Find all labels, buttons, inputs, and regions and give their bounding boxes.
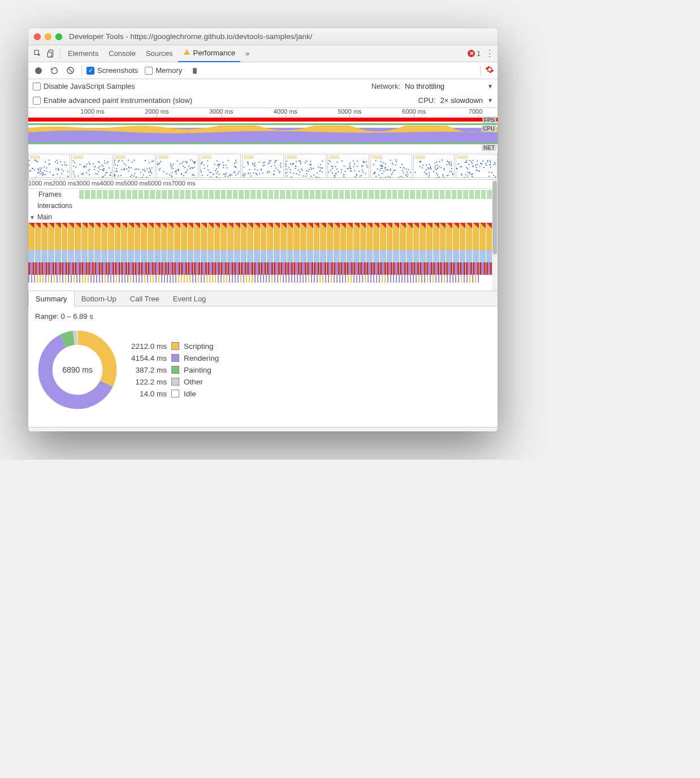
svg-point-518 <box>390 177 391 178</box>
screenshot-thumb[interactable] <box>71 154 113 178</box>
overview-pane[interactable]: 1000 ms2000 ms3000 ms4000 ms5000 ms6000 … <box>28 108 498 180</box>
tab-bottom-up[interactable]: Bottom-Up <box>75 291 123 306</box>
svg-point-525 <box>382 168 383 169</box>
svg-point-663 <box>472 174 473 175</box>
svg-point-286 <box>214 163 215 165</box>
overview-ruler[interactable]: 1000 ms2000 ms3000 ms4000 ms5000 ms6000 … <box>28 108 498 117</box>
svg-point-292 <box>210 172 211 173</box>
svg-point-322 <box>245 174 246 175</box>
close-window-icon[interactable] <box>34 33 41 40</box>
svg-point-481 <box>366 161 367 162</box>
screenshots-checkbox[interactable]: Screenshots <box>87 66 138 75</box>
screenshot-thumb[interactable] <box>370 154 412 178</box>
svg-point-443 <box>365 173 366 174</box>
garbage-collect-button[interactable] <box>188 64 201 77</box>
screenshot-thumb[interactable] <box>327 154 369 178</box>
net-lane[interactable]: NET <box>28 144 498 152</box>
svg-point-551 <box>380 177 381 178</box>
tabs-overflow[interactable]: » <box>240 45 254 62</box>
screenshot-thumb[interactable] <box>28 154 70 178</box>
tab-call-tree[interactable]: Call Tree <box>123 291 166 306</box>
capture-settings-icon[interactable] <box>485 65 494 76</box>
svg-point-433 <box>313 168 314 169</box>
svg-point-615 <box>425 173 426 174</box>
network-throttling-select[interactable]: No throttling ▼ <box>405 82 493 90</box>
advanced-paint-checkbox[interactable]: Enable advanced paint instrumentation (s… <box>33 96 192 105</box>
tab-performance[interactable]: Performance <box>178 45 240 62</box>
interactions-track[interactable]: Interactions <box>28 200 492 211</box>
svg-point-423 <box>299 171 300 172</box>
svg-point-134 <box>146 177 148 178</box>
screenshot-thumb[interactable] <box>114 154 155 178</box>
svg-point-383 <box>287 175 288 176</box>
screenshot-thumb[interactable] <box>285 154 327 178</box>
screenshot-thumb[interactable] <box>456 154 498 178</box>
main-flamechart[interactable] <box>28 223 492 291</box>
svg-point-194 <box>171 176 172 177</box>
svg-point-471 <box>344 174 345 175</box>
svg-point-604 <box>435 165 436 166</box>
svg-point-133 <box>143 174 144 175</box>
tab-sources[interactable]: Sources <box>141 45 178 62</box>
frames-track[interactable]: Frames <box>28 189 492 200</box>
detail-ruler[interactable]: 1000 ms2000 ms3000 ms4000 ms5000 ms6000 … <box>28 180 492 189</box>
reload-button[interactable] <box>47 64 61 77</box>
cpu-throttling-select[interactable]: 2× slowdown ▼ <box>440 96 493 105</box>
svg-point-405 <box>318 166 319 167</box>
svg-point-343 <box>280 165 281 166</box>
screenshot-filmstrip[interactable] <box>28 152 498 179</box>
svg-point-101 <box>77 175 79 176</box>
tab-event-log[interactable]: Event Log <box>166 291 213 306</box>
svg-point-636 <box>472 163 473 164</box>
minimize-window-icon[interactable] <box>45 33 51 40</box>
svg-point-87 <box>110 175 111 176</box>
record-button[interactable] <box>32 64 45 77</box>
tab-elements[interactable]: Elements <box>63 45 103 62</box>
disable-js-samples-checkbox[interactable]: Disable JavaScript Samples <box>33 82 135 90</box>
svg-point-61 <box>67 176 68 177</box>
svg-point-248 <box>187 169 188 170</box>
svg-point-618 <box>451 163 452 165</box>
svg-point-543 <box>405 175 407 176</box>
svg-point-191 <box>133 175 135 176</box>
svg-point-93 <box>106 172 107 173</box>
screenshot-thumb[interactable] <box>242 154 284 178</box>
svg-point-183 <box>122 160 123 161</box>
svg-point-207 <box>163 171 165 172</box>
svg-point-458 <box>329 160 330 161</box>
cpu-lane[interactable]: CPU <box>28 125 498 144</box>
range-text: Range: 0 – 6.89 s <box>35 312 491 321</box>
error-count[interactable]: ✕ 1 <box>468 50 481 58</box>
svg-point-602 <box>447 175 448 176</box>
vertical-scrollbar[interactable] <box>492 180 498 291</box>
checkbox-icon <box>87 67 94 75</box>
clear-button[interactable] <box>63 64 77 77</box>
svg-point-124 <box>102 169 103 170</box>
screenshot-thumb[interactable] <box>200 154 241 178</box>
main-track-header[interactable]: ▼ Main <box>28 211 492 223</box>
flamechart-pane[interactable]: 1000 ms2000 ms3000 ms4000 ms5000 ms6000 … <box>28 180 492 291</box>
summary-pane: Range: 0 – 6.89 s 6890 ms 2212.0 msScrip… <box>28 306 498 427</box>
svg-point-303 <box>234 166 235 167</box>
svg-point-635 <box>467 168 468 169</box>
more-menu-icon[interactable]: ⋮ <box>484 48 495 59</box>
svg-point-659 <box>487 162 489 163</box>
zoom-window-icon[interactable] <box>55 33 62 40</box>
svg-point-614 <box>430 166 431 167</box>
svg-point-485 <box>347 168 348 169</box>
tab-summary[interactable]: Summary <box>28 291 75 306</box>
memory-checkbox[interactable]: Memory <box>145 66 182 75</box>
svg-point-172 <box>119 160 120 161</box>
svg-point-41 <box>29 159 30 161</box>
screenshot-thumb[interactable] <box>157 154 198 178</box>
device-toolbar-icon[interactable] <box>44 47 58 60</box>
screenshot-thumb[interactable] <box>413 154 455 178</box>
tab-console[interactable]: Console <box>103 45 141 62</box>
scrollbar-thumb[interactable] <box>492 181 497 254</box>
svg-point-267 <box>200 170 201 171</box>
svg-rect-253 <box>201 155 211 159</box>
resize-handle[interactable] <box>28 427 498 431</box>
inspect-icon[interactable] <box>31 47 44 60</box>
fps-lane[interactable]: FPS <box>28 117 498 125</box>
svg-point-672 <box>486 165 487 166</box>
